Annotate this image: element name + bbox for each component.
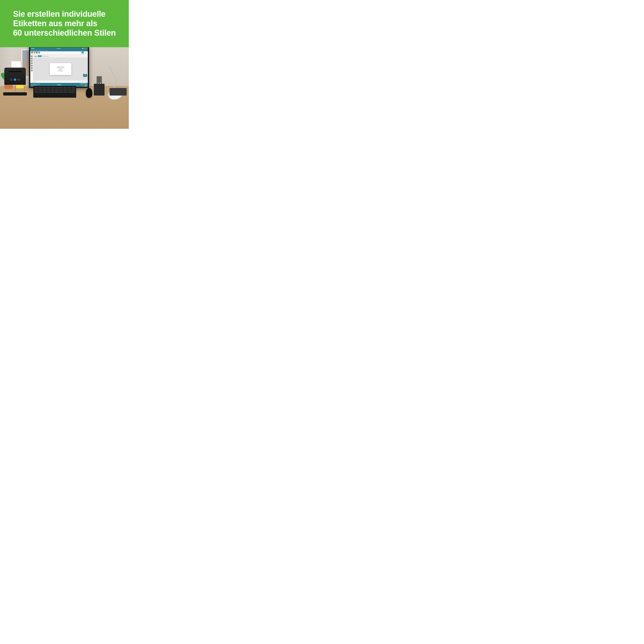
- monitor-screen: DYMO Untitled* − □ × File Edit: [30, 47, 88, 87]
- key: [59, 91, 63, 93]
- key: [43, 91, 46, 93]
- key: [47, 89, 50, 91]
- dymo-software: DYMO Untitled* − □ × File Edit: [30, 47, 88, 87]
- printer-connection-status: Connected: [33, 85, 40, 86]
- key: [64, 91, 67, 93]
- headline: Sie erstellen individuelle Etiketten aus…: [13, 9, 116, 38]
- import-icon: [82, 52, 84, 53]
- new-button[interactable]: New: [31, 52, 33, 54]
- show-border-checkbox[interactable]: Show border: [43, 56, 49, 57]
- content-toolbar: Label Add ▾ Show border: [33, 55, 88, 58]
- label-canvas-area[interactable]: Mr. Walter C. Brown 49 Featherstone Stre…: [33, 58, 88, 80]
- main-content: Label Add ▾ Show border: [30, 55, 88, 83]
- key: [38, 87, 42, 89]
- import-label: Import data: [81, 53, 84, 54]
- pen-5: [101, 76, 102, 84]
- undo-label: Undo: [38, 53, 40, 54]
- printer-info: DYMO LabelWriter 550 Connected: [31, 84, 40, 86]
- barcode-icon[interactable]: [31, 62, 33, 64]
- key: [43, 87, 46, 89]
- add-content-button[interactable]: Add ▾: [38, 55, 42, 57]
- save-icon: [36, 52, 38, 53]
- keyboard-row-3: [34, 91, 75, 93]
- maximize-button[interactable]: □: [84, 48, 85, 49]
- open-label: Open: [33, 53, 35, 54]
- add-dropdown-arrow: ▾: [40, 56, 41, 57]
- headline-line1: Sie erstellen individuelle: [13, 9, 106, 18]
- menu-edit[interactable]: Edit: [33, 50, 35, 51]
- print-button[interactable]: Print 1 label: [83, 74, 87, 77]
- envelope-icon[interactable]: [31, 58, 33, 59]
- open-button[interactable]: Open: [33, 52, 35, 54]
- photo-section: DYMO Untitled* − □ × File Edit: [0, 47, 129, 129]
- menubar: File Edit Add Layout View Help: [30, 50, 88, 51]
- menu-file[interactable]: File: [31, 50, 32, 51]
- holder-items: [93, 76, 105, 84]
- menu-help[interactable]: Help: [45, 50, 47, 51]
- window-controls: − □ ×: [82, 48, 87, 49]
- printer-slot: [9, 71, 21, 72]
- dymo-logo-status: DYMO: [58, 84, 61, 85]
- menu-add[interactable]: Add: [36, 50, 38, 51]
- hero-section: Sie erstellen individuelle Etiketten aus…: [0, 0, 129, 47]
- key: [38, 91, 42, 93]
- key: [63, 87, 67, 89]
- new-label: New: [31, 53, 33, 54]
- import-data-button[interactable]: Import data: [81, 52, 84, 54]
- key: [51, 89, 55, 91]
- keyboard: [33, 86, 76, 98]
- key: [47, 91, 50, 93]
- key: [55, 91, 59, 93]
- printer-body: [4, 68, 26, 85]
- spacebar-key: [68, 91, 75, 93]
- key: [34, 87, 38, 89]
- key: [34, 89, 38, 91]
- menu-layout[interactable]: Layout: [39, 50, 41, 51]
- pencil-holder: [93, 76, 105, 96]
- text-tool-icon[interactable]: [31, 55, 33, 57]
- close-button[interactable]: ×: [86, 48, 87, 49]
- key: [67, 89, 71, 91]
- titlebar: DYMO Untitled* − □ ×: [30, 47, 88, 50]
- pen-1: [97, 76, 97, 84]
- pen-3: [99, 76, 100, 84]
- printer-base: [3, 92, 27, 96]
- print-sub-label: 1 label: [84, 76, 86, 76]
- save-label: Save: [36, 53, 38, 54]
- key: [59, 87, 63, 89]
- page-indicator: 1 of 1: [85, 81, 87, 82]
- save-button[interactable]: Save: [36, 52, 38, 54]
- key: [47, 87, 50, 89]
- key: [38, 89, 42, 91]
- key: [67, 87, 71, 89]
- printer-status-icon: [31, 84, 33, 86]
- minimize-button[interactable]: −: [82, 48, 84, 49]
- date-icon[interactable]: [31, 67, 33, 69]
- key: [43, 89, 46, 91]
- key: [34, 91, 38, 93]
- key: [71, 89, 75, 91]
- label-type-info: Large Address Labels S0722400 | LW 36x89…: [80, 83, 87, 87]
- toolbar: New Open Save: [30, 51, 88, 55]
- pen-2: [98, 76, 99, 83]
- printer-back-button: [10, 78, 12, 81]
- printer-buttons: [10, 78, 20, 81]
- main-container: Sie erstellen individuelle Etiketten aus…: [0, 0, 129, 129]
- key: [55, 89, 59, 91]
- new-icon: [31, 52, 33, 53]
- counter-icon[interactable]: [31, 70, 33, 71]
- labels-label: Labels: [85, 53, 87, 53]
- headline-line2: Etiketten aus mehr als: [13, 19, 97, 28]
- label-canvas[interactable]: Mr. Walter C. Brown 49 Featherstone Stre…: [50, 63, 71, 75]
- undo-button[interactable]: Undo: [38, 52, 40, 54]
- labels-button[interactable]: Labels: [85, 53, 87, 53]
- shapes-icon[interactable]: [31, 65, 33, 67]
- key: [51, 87, 55, 89]
- menu-view[interactable]: View: [43, 50, 44, 51]
- labels-remaining-label: labels remaining: [80, 86, 87, 87]
- keyboard-row-1: [34, 87, 75, 89]
- keyboard-row-2: [34, 89, 75, 91]
- printer-forward-button: [18, 78, 20, 81]
- undo-icon: [38, 52, 40, 53]
- image-icon[interactable]: [31, 60, 33, 62]
